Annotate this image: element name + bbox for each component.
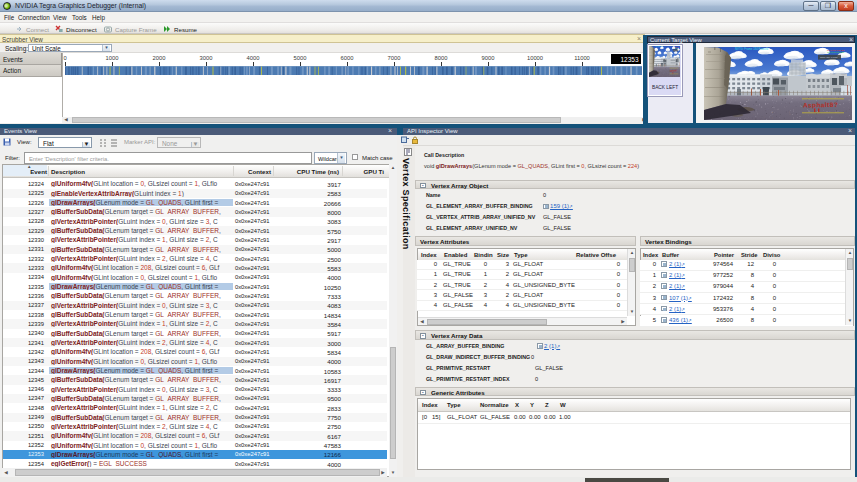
- svg-text:30 FPS 33.1ms: 30 FPS 33.1ms: [827, 51, 845, 54]
- svg-text:GPU idle 0.0ms: GPU idle 0.0ms: [673, 49, 677, 50]
- svg-text:30 FPS 33.1ms: 30 FPS 33.1ms: [675, 47, 679, 48]
- svg-text:GPU idle 0.0ms: GPU idle 0.0ms: [820, 56, 838, 59]
- svg-text:NVTG: Frame 184 Paused: NVTG: Frame 184 Paused: [735, 47, 769, 51]
- svg-text:NVTG: Frame 184 Paused: NVTG: Frame 184 Paused: [655, 46, 662, 47]
- svg-text:Asphalt8?: Asphalt8?: [670, 68, 678, 71]
